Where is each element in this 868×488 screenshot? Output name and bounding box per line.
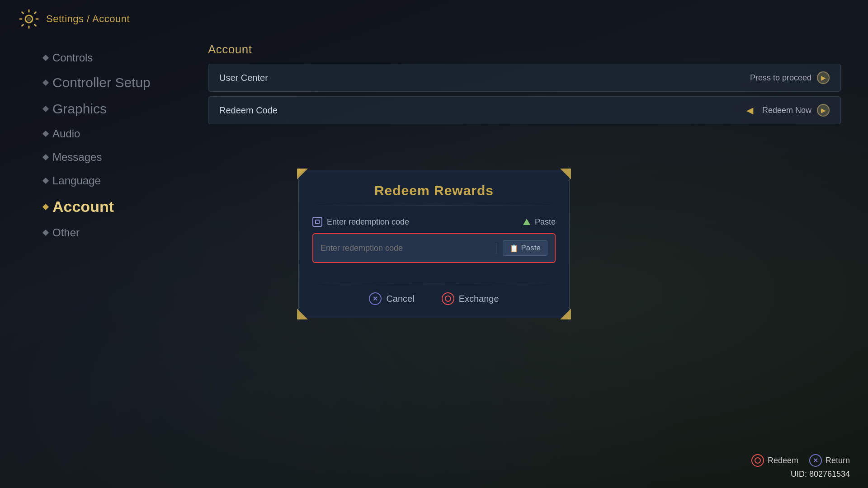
user-center-label: User Center: [219, 73, 268, 83]
bottom-bar: Redeem ✕ Return UID: 802761534: [751, 454, 850, 479]
sidebar-item-label: Controller Setup: [52, 75, 151, 90]
corner-decoration-tl: [297, 169, 308, 179]
square-btn-icon: [312, 217, 322, 227]
redeem-code-row[interactable]: Redeem Code ◀ Redeem Now ▶: [208, 96, 841, 124]
diamond-icon: [42, 230, 49, 236]
sidebar-item-controller-setup[interactable]: Controller Setup: [36, 70, 181, 95]
uid-display: UID: 802761534: [791, 469, 850, 479]
redeem-o-inner: [755, 457, 761, 464]
bottom-actions-row: Redeem ✕ Return: [751, 454, 850, 467]
paste-hint: Paste: [522, 217, 556, 227]
corner-decoration-bl: [297, 309, 308, 319]
user-center-row[interactable]: User Center Press to proceed ▶: [208, 64, 841, 92]
redeem-code-action-text: Redeem Now: [762, 106, 811, 115]
section-title: Account: [208, 42, 841, 56]
top-bar: Settings / Account: [0, 0, 868, 38]
sidebar-item-label: Language: [52, 174, 101, 187]
triangle-icon: [522, 217, 531, 226]
return-action: ✕ Return: [809, 454, 850, 467]
sidebar-item-label: Account: [52, 198, 114, 216]
redeem-label: Redeem: [768, 456, 798, 465]
svg-marker-5: [297, 309, 308, 319]
sidebar-item-account[interactable]: Account: [36, 193, 181, 220]
arrow-left-icon: ◀: [746, 105, 753, 116]
paste-btn-label: Paste: [521, 244, 541, 253]
sidebar-item-label: Controls: [52, 52, 93, 64]
input-label-text: Enter redemption code: [327, 217, 409, 227]
input-divider: [496, 243, 496, 253]
exchange-label: Exchange: [459, 294, 499, 304]
sidebar-item-language[interactable]: Language: [36, 170, 181, 192]
input-label-row: Enter redemption code Paste: [312, 217, 556, 227]
dialog-header: Redeem Rewards: [299, 170, 569, 206]
breadcrumb: Settings / Account: [46, 13, 130, 25]
sidebar-item-graphics[interactable]: Graphics: [36, 97, 181, 121]
paste-button[interactable]: 📋 Paste: [503, 240, 547, 256]
square-inner: [315, 220, 320, 224]
sidebar-item-label: Messages: [52, 151, 102, 164]
user-center-action: Press to proceed ▶: [750, 71, 830, 84]
sidebar: Controls Controller Setup Graphics Audio…: [36, 38, 181, 488]
bottom-right-group: Redeem ✕ Return UID: 802761534: [751, 454, 850, 479]
redeem-code-action: ◀ Redeem Now ▶: [746, 104, 830, 117]
arrow-right-icon: ▶: [817, 104, 830, 117]
corner-decoration-br: [560, 309, 571, 319]
exchange-button[interactable]: Exchange: [442, 292, 499, 305]
return-x-icon: ✕: [809, 454, 822, 467]
redeem-action: Redeem: [751, 454, 798, 467]
diamond-icon: [42, 55, 49, 61]
sidebar-item-audio[interactable]: Audio: [36, 123, 181, 145]
svg-marker-6: [560, 309, 571, 319]
sidebar-item-label: Audio: [52, 127, 80, 140]
dialog-footer: ✕ Cancel Exchange: [299, 283, 569, 318]
o-circle-icon: [442, 292, 454, 305]
dialog-title: Redeem Rewards: [312, 183, 556, 198]
diamond-icon: [42, 106, 49, 112]
dialog-body: Enter redemption code Paste 📋 Paste: [299, 206, 569, 274]
diamond-icon: [42, 178, 49, 184]
input-label: Enter redemption code: [312, 217, 409, 227]
redemption-code-input[interactable]: [321, 244, 490, 253]
sidebar-item-messages[interactable]: Messages: [36, 146, 181, 168]
corner-decoration-tr: [560, 169, 571, 179]
sidebar-item-label: Other: [52, 226, 80, 239]
svg-marker-4: [560, 169, 571, 179]
paste-btn-icon: 📋: [509, 244, 519, 253]
diamond-icon: [42, 154, 49, 160]
diamond-icon-active: [42, 203, 49, 210]
o-circle-inner: [445, 296, 451, 302]
gear-icon: [18, 8, 40, 30]
paste-hint-label: Paste: [535, 217, 556, 227]
cancel-button[interactable]: ✕ Cancel: [369, 292, 414, 305]
return-label: Return: [826, 456, 850, 465]
cancel-label: Cancel: [386, 294, 414, 304]
redeem-code-label: Redeem Code: [219, 105, 278, 116]
redeem-o-icon: [751, 454, 764, 467]
user-center-action-text: Press to proceed: [750, 73, 811, 83]
diamond-icon: [42, 80, 49, 86]
diamond-icon: [42, 131, 49, 137]
sidebar-item-controls[interactable]: Controls: [36, 47, 181, 69]
sidebar-item-other[interactable]: Other: [36, 222, 181, 244]
redemption-input-wrapper[interactable]: 📋 Paste: [312, 233, 556, 263]
sidebar-item-label: Graphics: [52, 101, 107, 117]
redeem-rewards-dialog: Redeem Rewards Enter redemption code Pas…: [298, 170, 570, 318]
arrow-right-icon: ▶: [817, 71, 830, 84]
svg-point-1: [27, 17, 31, 21]
x-circle-icon: ✕: [369, 292, 382, 305]
